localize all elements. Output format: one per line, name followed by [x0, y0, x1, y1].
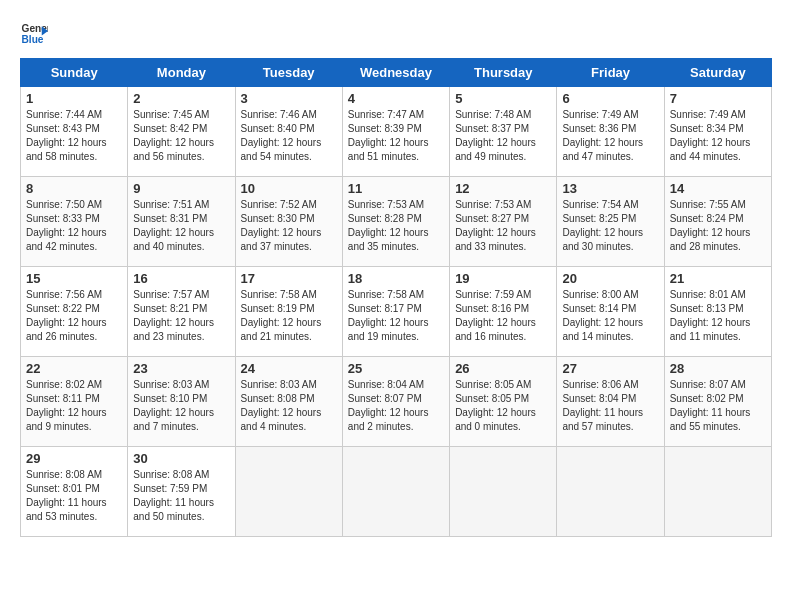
calendar-cell: 24Sunrise: 8:03 AMSunset: 8:08 PMDayligh…	[235, 357, 342, 447]
day-number: 9	[133, 181, 229, 196]
day-info: Sunrise: 8:06 AMSunset: 8:04 PMDaylight:…	[562, 378, 658, 434]
weekday-header-friday: Friday	[557, 59, 664, 87]
day-info: Sunrise: 7:44 AMSunset: 8:43 PMDaylight:…	[26, 108, 122, 164]
logo: General Blue	[20, 20, 48, 48]
day-info: Sunrise: 8:02 AMSunset: 8:11 PMDaylight:…	[26, 378, 122, 434]
calendar-cell: 16Sunrise: 7:57 AMSunset: 8:21 PMDayligh…	[128, 267, 235, 357]
calendar-cell	[342, 447, 449, 537]
day-number: 14	[670, 181, 766, 196]
day-number: 17	[241, 271, 337, 286]
day-info: Sunrise: 7:57 AMSunset: 8:21 PMDaylight:…	[133, 288, 229, 344]
day-info: Sunrise: 7:47 AMSunset: 8:39 PMDaylight:…	[348, 108, 444, 164]
day-info: Sunrise: 7:48 AMSunset: 8:37 PMDaylight:…	[455, 108, 551, 164]
day-info: Sunrise: 7:53 AMSunset: 8:27 PMDaylight:…	[455, 198, 551, 254]
day-number: 29	[26, 451, 122, 466]
calendar-cell	[450, 447, 557, 537]
calendar-cell: 21Sunrise: 8:01 AMSunset: 8:13 PMDayligh…	[664, 267, 771, 357]
day-info: Sunrise: 7:51 AMSunset: 8:31 PMDaylight:…	[133, 198, 229, 254]
day-info: Sunrise: 8:04 AMSunset: 8:07 PMDaylight:…	[348, 378, 444, 434]
calendar-cell: 2Sunrise: 7:45 AMSunset: 8:42 PMDaylight…	[128, 87, 235, 177]
calendar-cell: 14Sunrise: 7:55 AMSunset: 8:24 PMDayligh…	[664, 177, 771, 267]
calendar-cell: 7Sunrise: 7:49 AMSunset: 8:34 PMDaylight…	[664, 87, 771, 177]
calendar-week-2: 8Sunrise: 7:50 AMSunset: 8:33 PMDaylight…	[21, 177, 772, 267]
calendar-cell	[664, 447, 771, 537]
calendar-week-5: 29Sunrise: 8:08 AMSunset: 8:01 PMDayligh…	[21, 447, 772, 537]
calendar-cell: 28Sunrise: 8:07 AMSunset: 8:02 PMDayligh…	[664, 357, 771, 447]
day-number: 28	[670, 361, 766, 376]
day-number: 11	[348, 181, 444, 196]
day-info: Sunrise: 8:01 AMSunset: 8:13 PMDaylight:…	[670, 288, 766, 344]
day-info: Sunrise: 7:56 AMSunset: 8:22 PMDaylight:…	[26, 288, 122, 344]
day-info: Sunrise: 7:55 AMSunset: 8:24 PMDaylight:…	[670, 198, 766, 254]
day-number: 21	[670, 271, 766, 286]
day-number: 22	[26, 361, 122, 376]
weekday-header-sunday: Sunday	[21, 59, 128, 87]
day-info: Sunrise: 8:08 AMSunset: 8:01 PMDaylight:…	[26, 468, 122, 524]
day-number: 5	[455, 91, 551, 106]
calendar-cell: 17Sunrise: 7:58 AMSunset: 8:19 PMDayligh…	[235, 267, 342, 357]
day-number: 25	[348, 361, 444, 376]
day-number: 12	[455, 181, 551, 196]
day-number: 30	[133, 451, 229, 466]
day-info: Sunrise: 7:50 AMSunset: 8:33 PMDaylight:…	[26, 198, 122, 254]
day-number: 8	[26, 181, 122, 196]
weekday-header-tuesday: Tuesday	[235, 59, 342, 87]
calendar-cell: 27Sunrise: 8:06 AMSunset: 8:04 PMDayligh…	[557, 357, 664, 447]
calendar-cell: 15Sunrise: 7:56 AMSunset: 8:22 PMDayligh…	[21, 267, 128, 357]
day-number: 19	[455, 271, 551, 286]
calendar-cell: 30Sunrise: 8:08 AMSunset: 7:59 PMDayligh…	[128, 447, 235, 537]
calendar-cell: 19Sunrise: 7:59 AMSunset: 8:16 PMDayligh…	[450, 267, 557, 357]
calendar-cell: 25Sunrise: 8:04 AMSunset: 8:07 PMDayligh…	[342, 357, 449, 447]
day-info: Sunrise: 7:45 AMSunset: 8:42 PMDaylight:…	[133, 108, 229, 164]
calendar-cell: 29Sunrise: 8:08 AMSunset: 8:01 PMDayligh…	[21, 447, 128, 537]
calendar-cell: 18Sunrise: 7:58 AMSunset: 8:17 PMDayligh…	[342, 267, 449, 357]
day-number: 15	[26, 271, 122, 286]
day-info: Sunrise: 7:46 AMSunset: 8:40 PMDaylight:…	[241, 108, 337, 164]
weekday-header-row: SundayMondayTuesdayWednesdayThursdayFrid…	[21, 59, 772, 87]
day-number: 26	[455, 361, 551, 376]
calendar-cell: 22Sunrise: 8:02 AMSunset: 8:11 PMDayligh…	[21, 357, 128, 447]
calendar-cell	[235, 447, 342, 537]
svg-text:Blue: Blue	[22, 34, 44, 45]
day-info: Sunrise: 7:52 AMSunset: 8:30 PMDaylight:…	[241, 198, 337, 254]
calendar-cell: 12Sunrise: 7:53 AMSunset: 8:27 PMDayligh…	[450, 177, 557, 267]
day-number: 7	[670, 91, 766, 106]
day-number: 2	[133, 91, 229, 106]
calendar-table: SundayMondayTuesdayWednesdayThursdayFrid…	[20, 58, 772, 537]
day-info: Sunrise: 7:58 AMSunset: 8:19 PMDaylight:…	[241, 288, 337, 344]
day-info: Sunrise: 8:08 AMSunset: 7:59 PMDaylight:…	[133, 468, 229, 524]
day-number: 6	[562, 91, 658, 106]
day-number: 20	[562, 271, 658, 286]
day-info: Sunrise: 8:00 AMSunset: 8:14 PMDaylight:…	[562, 288, 658, 344]
weekday-header-wednesday: Wednesday	[342, 59, 449, 87]
day-info: Sunrise: 8:07 AMSunset: 8:02 PMDaylight:…	[670, 378, 766, 434]
weekday-header-thursday: Thursday	[450, 59, 557, 87]
day-info: Sunrise: 7:54 AMSunset: 8:25 PMDaylight:…	[562, 198, 658, 254]
calendar-cell: 9Sunrise: 7:51 AMSunset: 8:31 PMDaylight…	[128, 177, 235, 267]
day-number: 3	[241, 91, 337, 106]
day-number: 16	[133, 271, 229, 286]
calendar-cell: 4Sunrise: 7:47 AMSunset: 8:39 PMDaylight…	[342, 87, 449, 177]
calendar-cell: 8Sunrise: 7:50 AMSunset: 8:33 PMDaylight…	[21, 177, 128, 267]
day-number: 4	[348, 91, 444, 106]
day-number: 23	[133, 361, 229, 376]
day-number: 27	[562, 361, 658, 376]
calendar-cell: 6Sunrise: 7:49 AMSunset: 8:36 PMDaylight…	[557, 87, 664, 177]
day-info: Sunrise: 7:49 AMSunset: 8:36 PMDaylight:…	[562, 108, 658, 164]
calendar-cell: 23Sunrise: 8:03 AMSunset: 8:10 PMDayligh…	[128, 357, 235, 447]
page-header: General Blue	[20, 20, 772, 48]
calendar-cell	[557, 447, 664, 537]
day-info: Sunrise: 7:59 AMSunset: 8:16 PMDaylight:…	[455, 288, 551, 344]
weekday-header-saturday: Saturday	[664, 59, 771, 87]
calendar-cell: 20Sunrise: 8:00 AMSunset: 8:14 PMDayligh…	[557, 267, 664, 357]
calendar-cell: 3Sunrise: 7:46 AMSunset: 8:40 PMDaylight…	[235, 87, 342, 177]
calendar-cell: 26Sunrise: 8:05 AMSunset: 8:05 PMDayligh…	[450, 357, 557, 447]
day-info: Sunrise: 8:05 AMSunset: 8:05 PMDaylight:…	[455, 378, 551, 434]
calendar-cell: 1Sunrise: 7:44 AMSunset: 8:43 PMDaylight…	[21, 87, 128, 177]
day-number: 13	[562, 181, 658, 196]
calendar-week-3: 15Sunrise: 7:56 AMSunset: 8:22 PMDayligh…	[21, 267, 772, 357]
day-info: Sunrise: 8:03 AMSunset: 8:10 PMDaylight:…	[133, 378, 229, 434]
calendar-cell: 13Sunrise: 7:54 AMSunset: 8:25 PMDayligh…	[557, 177, 664, 267]
calendar-cell: 11Sunrise: 7:53 AMSunset: 8:28 PMDayligh…	[342, 177, 449, 267]
day-number: 24	[241, 361, 337, 376]
